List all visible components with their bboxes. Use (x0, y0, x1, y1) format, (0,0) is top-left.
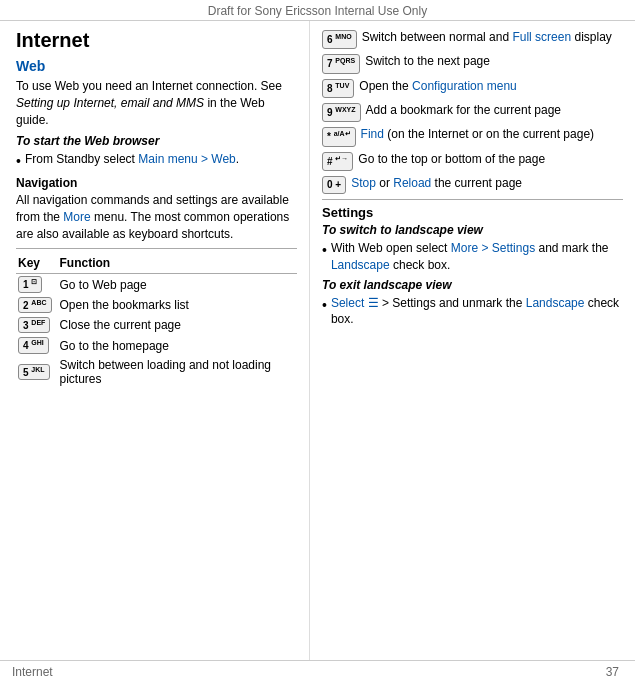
key-cell: 1 ⊡ (16, 274, 58, 295)
settings-heading: Settings (322, 205, 623, 220)
right-column: 6 MNO Switch between normal and Full scr… (310, 21, 635, 660)
section-title: Internet (16, 29, 297, 52)
table-row: 2 ABC Open the bookmarks list (16, 295, 297, 315)
bullet-dot: • (16, 152, 21, 172)
content-area: Internet Web To use Web you need an Inte… (0, 21, 635, 660)
rkey-badge-8: 8 TUV (322, 79, 354, 98)
draft-label: Draft for Sony Ericsson Internal Use Onl… (208, 4, 427, 18)
select-icon: Select ☰ (331, 296, 379, 310)
exit-heading: To exit landscape view (322, 278, 623, 292)
rkey-row-star: * a/A↵ Find (on the Internet or on the c… (322, 126, 623, 146)
footer-right: 37 (606, 665, 619, 679)
func-cell: Go to Web page (58, 274, 297, 295)
web-italic: Setting up Internet, email and MMS (16, 96, 204, 110)
key-cell: 3 DEF (16, 315, 58, 335)
rkey-row-9: 9 WXYZ Add a bookmark for the current pa… (322, 102, 623, 122)
key-function-table: Key Function 1 ⊡ Go to Web page 2 ABC Op… (16, 255, 297, 387)
rkey-func-8: Open the Configuration menu (359, 78, 516, 95)
rkey-func-star: Find (on the Internet or on the current … (361, 126, 594, 143)
func-cell: Close the current page (58, 315, 297, 335)
rkey-badge-star: * a/A↵ (322, 127, 356, 146)
col-key: Key (16, 255, 58, 274)
key-badge-4: 4 GHI (18, 337, 49, 353)
rkey-badge-0: 0 + (322, 176, 346, 194)
more-link: More (63, 210, 90, 224)
stop-link: Stop (351, 176, 376, 190)
start-bullet-text: From Standby select Main menu > Web. (25, 151, 239, 168)
landscape-heading: To switch to landscape view (322, 223, 623, 237)
rkey-func-0: Stop or Reload the current page (351, 175, 522, 192)
rkey-badge-6: 6 MNO (322, 30, 357, 49)
rkey-row-6: 6 MNO Switch between normal and Full scr… (322, 29, 623, 49)
table-row: 5 JKL Switch between loading and not loa… (16, 356, 297, 388)
key-badge-3: 3 DEF (18, 317, 50, 333)
draft-header: Draft for Sony Ericsson Internal Use Onl… (0, 0, 635, 21)
settings-divider (322, 199, 623, 200)
web-body-text: To use Web you need an Internet connecti… (16, 79, 282, 93)
rkey-badge-7: 7 PQRS (322, 54, 360, 73)
func-cell: Switch between loading and not loading p… (58, 356, 297, 388)
more-settings-link: More > Settings (451, 241, 535, 255)
landscape-link2: Landscape (526, 296, 585, 310)
key-cell: 5 JKL (16, 356, 58, 388)
landscape-text: With Web open select More > Settings and… (331, 240, 623, 274)
start-heading: To start the Web browser (16, 134, 297, 148)
table-row: 1 ⊡ Go to Web page (16, 274, 297, 295)
landscape-link: Landscape (331, 258, 390, 272)
key-cell: 4 GHI (16, 335, 58, 355)
rkey-func-9: Add a bookmark for the current page (366, 102, 561, 119)
key-badge-1: 1 ⊡ (18, 276, 42, 292)
table-divider (16, 248, 297, 249)
full-screen-link: Full screen (512, 30, 571, 44)
rkey-func-hash: Go to the top or bottom of the page (358, 151, 545, 168)
config-link: Configuration menu (412, 79, 517, 93)
exit-text: Select ☰ > Settings and unmark the Lands… (331, 295, 623, 329)
start-link: Main menu > Web (138, 152, 236, 166)
key-badge-2: 2 ABC (18, 297, 52, 313)
func-cell: Open the bookmarks list (58, 295, 297, 315)
landscape-bullet: • With Web open select More > Settings a… (322, 240, 623, 274)
footer: Internet 37 (0, 660, 635, 683)
web-subtitle: Web (16, 58, 297, 74)
page-wrapper: Draft for Sony Ericsson Internal Use Onl… (0, 0, 635, 683)
left-column: Internet Web To use Web you need an Inte… (0, 21, 310, 660)
rkey-func-7: Switch to the next page (365, 53, 490, 70)
rkey-badge-hash: # ↵→ (322, 152, 353, 171)
func-cell: Go to the homepage (58, 335, 297, 355)
rkey-row-7: 7 PQRS Switch to the next page (322, 53, 623, 73)
table-row: 3 DEF Close the current page (16, 315, 297, 335)
rkey-row-0: 0 + Stop or Reload the current page (322, 175, 623, 194)
rkey-badge-9: 9 WXYZ (322, 103, 361, 122)
rkey-row-hash: # ↵→ Go to the top or bottom of the page (322, 151, 623, 171)
web-body: To use Web you need an Internet connecti… (16, 78, 297, 128)
exit-bullet: • Select ☰ > Settings and unmark the Lan… (322, 295, 623, 329)
rkey-func-6: Switch between normal and Full screen di… (362, 29, 612, 46)
reload-link: Reload (393, 176, 431, 190)
key-cell: 2 ABC (16, 295, 58, 315)
find-link: Find (361, 127, 384, 141)
col-function: Function (58, 255, 297, 274)
table-row: 4 GHI Go to the homepage (16, 335, 297, 355)
settings-link2: > Settings (379, 296, 436, 310)
nav-heading: Navigation (16, 176, 297, 190)
start-bullet: • From Standby select Main menu > Web. (16, 151, 297, 172)
footer-left: Internet (12, 665, 53, 679)
nav-body: All navigation commands and settings are… (16, 192, 297, 242)
bullet-dot-3: • (322, 296, 327, 316)
bullet-dot-2: • (322, 241, 327, 261)
rkey-row-8: 8 TUV Open the Configuration menu (322, 78, 623, 98)
key-badge-5: 5 JKL (18, 364, 50, 380)
